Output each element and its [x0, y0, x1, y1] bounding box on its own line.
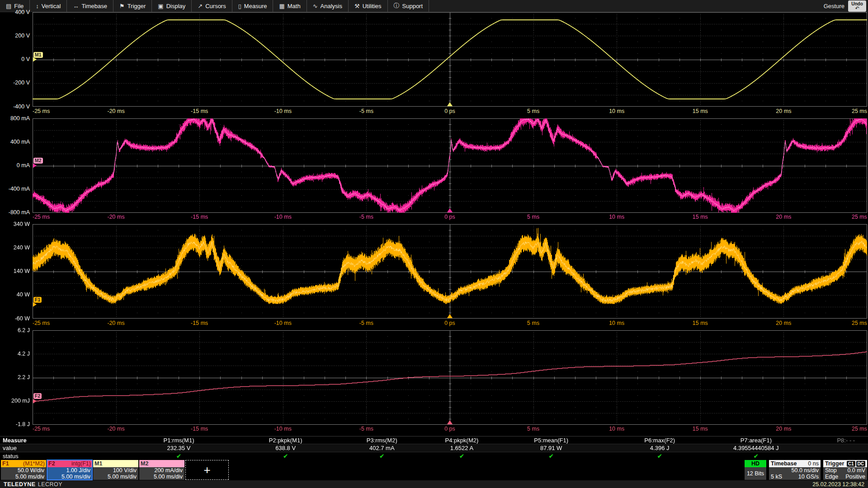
add-trace-button[interactable]: + [185, 460, 229, 480]
y-axis-label: 0 mA [17, 162, 30, 169]
waveform-canvas-power[interactable] [33, 224, 867, 319]
time-axis-current: -25 ms-20 ms-15 ms-10 ms-5 ms0 ps5 ms10 … [0, 212, 868, 224]
acquisition-hd-box[interactable]: HD12 Bits [745, 460, 766, 480]
vertical-icon: ↕ [36, 3, 39, 9]
menu-item-label: Support [402, 3, 423, 9]
time-axis-label: 15 ms [693, 426, 708, 432]
menu-item-analysis[interactable]: ∿Analysis [307, 0, 349, 12]
time-axis-label: 15 ms [693, 214, 708, 220]
y-axis-label: 400 mA [10, 139, 30, 145]
analysis-icon: ∿ [313, 3, 318, 9]
y-axis-label: 240 W [14, 244, 30, 251]
measure-status-check-icon: ✔ [657, 453, 662, 460]
timebase-body: 50.0 ns/div5 kS10 GS/s [769, 467, 821, 480]
trace-descriptor-m2[interactable]: M2200 mA/div5.00 ms/div [139, 460, 184, 480]
measure-param-value: 4.39554440584 J [733, 445, 778, 451]
menu-item-math[interactable]: ▦Math [273, 0, 307, 12]
menu-item-label: Analysis [321, 3, 342, 9]
display-icon: ▣ [158, 3, 163, 9]
measure-param-label[interactable]: P1:rms(M1) [164, 437, 194, 444]
time-axis-label: 20 ms [776, 214, 791, 220]
panel-current: 800 mA400 mA0 mA-400 mA-800 mAM2 [0, 118, 868, 213]
time-axis-label: -10 ms [274, 320, 292, 326]
time-axis-label: 15 ms [693, 320, 708, 326]
time-axis-label: 10 ms [609, 426, 624, 432]
trace-descriptor-f2[interactable]: F2intg(F1)1.00 J/div5.00 ms/div [47, 460, 92, 480]
plot-area-power[interactable]: F1 [33, 224, 867, 319]
measure-param-label[interactable]: P2:pkpk(M1) [269, 437, 302, 444]
measure-status-check-icon: ✔ [283, 453, 288, 460]
trace-descriptor-m1[interactable]: M1100 V/div5.00 ms/div [93, 460, 138, 480]
measure-icon: ▯ [238, 3, 241, 9]
descriptor-id: F2 [48, 460, 55, 467]
time-axis-label: 25 ms [852, 108, 867, 114]
menu-item-utilities[interactable]: ⚒Utilities [349, 0, 388, 12]
time-axis-label: 5 ms [527, 426, 539, 432]
time-axis-label: -15 ms [191, 320, 208, 326]
timebase-icon: ↔ [73, 3, 79, 9]
y-axis-label: 140 W [14, 268, 30, 274]
undo-button[interactable]: Undo↶ [848, 0, 866, 12]
descriptor-vdiv: 1.00 J/div [49, 467, 90, 474]
y-axis-labels-power: 340 W240 W140 W40 W-60 W [0, 224, 33, 319]
descriptor-header: F2intg(F1) [47, 460, 92, 467]
timebase-box[interactable]: Timebase0 ns50.0 ns/div5 kS10 GS/s [769, 460, 821, 480]
trace-descriptor-f1[interactable]: F1(M1*M2)50.0 W/div5.00 ms/div [1, 460, 46, 480]
measure-param-label[interactable]: P7:area(F1) [741, 437, 772, 444]
time-axis-label: -20 ms [107, 214, 124, 220]
measure-status-check-icon: ✔ [549, 453, 554, 460]
status-bar: TELEDYNE LECROY 25.02.2023 12:38:42 [0, 480, 868, 488]
zero-level-badge-m2[interactable]: M2 [33, 158, 43, 164]
trigger-level: 0.0 mV [847, 467, 865, 474]
descriptor-source: intg(F1) [71, 460, 91, 467]
trigger-box[interactable]: TriggerC1DCStop0.0 mVEdgePositive [823, 460, 867, 480]
plot-area-current[interactable]: M2 [33, 118, 867, 213]
measure-param-label[interactable]: P3:rms(M2) [367, 437, 397, 444]
measure-param-label[interactable]: P6:max(F2) [644, 437, 675, 444]
y-axis-label: 40 W [17, 291, 30, 298]
zero-level-badge-f2[interactable]: F2 [33, 393, 42, 399]
measure-row-label-value: value [3, 445, 17, 451]
plot-area-energy[interactable]: F2 [33, 330, 867, 425]
descriptor-tdiv: 5.00 ms/div [49, 474, 90, 480]
y-axis-label: 200 V [15, 33, 30, 39]
utilities-icon: ⚒ [354, 3, 360, 9]
waveform-canvas-current[interactable] [33, 118, 867, 213]
brand-teledyne: TELEDYNE [4, 481, 36, 488]
menu-item-trigger[interactable]: ⚑Trigger [113, 0, 152, 12]
y-axis-labels-voltage: 400 V200 V0 V-200 V-400 V [0, 12, 33, 107]
descriptor-tdiv: 5.00 ms/div [95, 474, 137, 480]
trigger-line1: Stop0.0 mV [825, 467, 865, 474]
time-axis-label: 5 ms [527, 108, 539, 114]
zero-level-badge-m1[interactable]: M1 [33, 52, 43, 58]
measure-param-label[interactable]: P8:- - - [837, 437, 855, 444]
menu-item-cursors[interactable]: ↗Cursors [192, 0, 232, 12]
time-axis-label: -20 ms [107, 108, 124, 114]
time-axis-label: 20 ms [776, 426, 791, 432]
time-per-div: 50.0 ns/div [792, 467, 819, 474]
plot-area-voltage[interactable]: M1 [33, 12, 867, 107]
zero-level-badge-f1[interactable]: F1 [33, 297, 42, 303]
measure-param-label[interactable]: P5:mean(F1) [534, 437, 568, 444]
time-axis-label: 5 ms [527, 320, 539, 326]
measure-param-label[interactable]: P4:pkpk(M2) [445, 437, 479, 444]
menu-item-label: Display [166, 3, 186, 9]
menu-item-timebase[interactable]: ↔Timebase [67, 0, 113, 12]
measure-status-check-icon: ✔ [459, 453, 464, 460]
time-axis-label: 10 ms [609, 320, 624, 326]
hd-bits: 12 Bits [745, 467, 766, 480]
menu-item-label: Cursors [205, 3, 226, 9]
menu-item-vertical[interactable]: ↕Vertical [30, 0, 67, 12]
clock-datetime: 25.02.2023 12:38:42 [812, 481, 864, 488]
menu-item-display[interactable]: ▣Display [152, 0, 192, 12]
panel-group-energy: 6.2 J4.2 J2.2 J200 mJ-1.8 JF2-25 ms-20 m… [0, 330, 868, 436]
panel-group-voltage: 400 V200 V0 V-200 V-400 VM1-25 ms-20 ms-… [0, 12, 868, 118]
measure-row-label-status: status [3, 453, 19, 460]
trigger-header: TriggerC1DC [823, 460, 867, 467]
menu-item-measure[interactable]: ▯Measure [232, 0, 274, 12]
menu-item-support[interactable]: ⓘSupport [388, 0, 429, 12]
sample-rate: 10 GS/s [798, 474, 819, 480]
hd-badge: HD [745, 460, 766, 467]
waveform-canvas-voltage[interactable] [33, 12, 867, 107]
waveform-canvas-energy[interactable] [33, 330, 867, 425]
